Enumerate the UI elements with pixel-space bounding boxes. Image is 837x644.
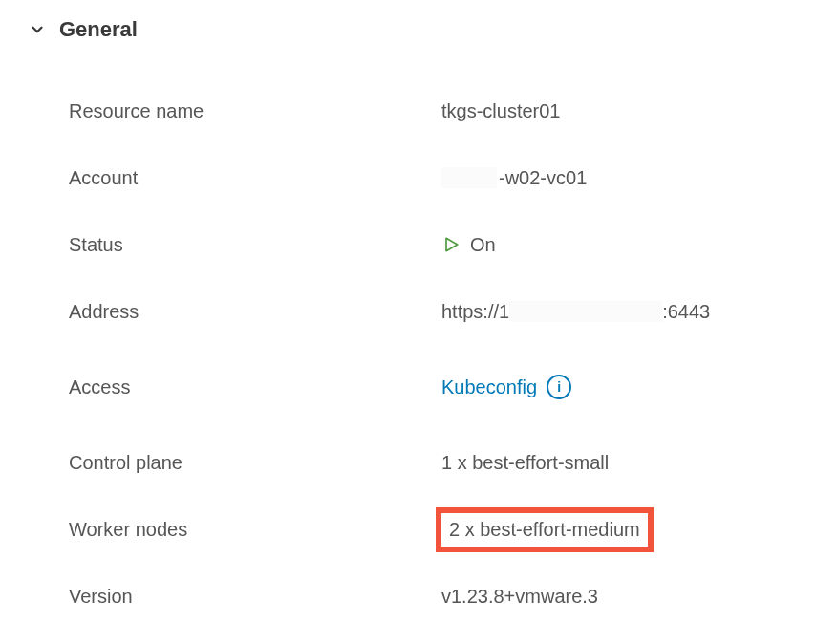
- kubeconfig-link[interactable]: Kubeconfig: [441, 376, 537, 398]
- row-worker-nodes: Worker nodes 2 x best-effort-medium: [69, 503, 837, 556]
- value-version: v1.23.8+vmware.3: [441, 586, 598, 608]
- value-address: https://1 :6443: [441, 301, 710, 323]
- value-worker-nodes: 2 x best-effort-medium: [441, 513, 648, 547]
- value-control-plane: 1 x best-effort-small: [441, 452, 609, 474]
- row-account: Account -w02-vc01: [69, 151, 837, 204]
- label-access: Access: [69, 376, 441, 398]
- general-section: General Resource name tkgs-cluster01 Acc…: [0, 0, 837, 644]
- address-prefix: https://1: [441, 301, 509, 323]
- section-header[interactable]: General: [29, 17, 837, 42]
- svg-marker-0: [446, 238, 458, 250]
- label-address: Address: [69, 301, 441, 323]
- value-access: Kubeconfig: [441, 375, 571, 399]
- label-account: Account: [69, 167, 441, 189]
- row-access: Access Kubeconfig: [69, 352, 837, 422]
- address-suffix: :6443: [662, 301, 710, 323]
- value-status: On: [441, 234, 496, 256]
- row-resource-name: Resource name tkgs-cluster01: [69, 84, 837, 138]
- label-status: Status: [69, 234, 441, 256]
- account-suffix: -w02-vc01: [499, 167, 587, 189]
- row-version: Version v1.23.8+vmware.3: [69, 569, 837, 623]
- redacted-address-middle: [509, 301, 662, 322]
- redacted-account-prefix: [441, 167, 497, 188]
- value-account: -w02-vc01: [441, 167, 587, 189]
- info-icon[interactable]: [547, 375, 571, 399]
- label-version: Version: [69, 586, 441, 608]
- chevron-down-icon: [29, 21, 46, 38]
- section-title: General: [59, 17, 138, 42]
- label-resource-name: Resource name: [69, 100, 441, 122]
- row-address: Address https://1 :6443: [69, 285, 837, 338]
- play-icon: [441, 235, 461, 254]
- worker-nodes-highlight: 2 x best-effort-medium: [441, 513, 648, 547]
- row-control-plane: Control plane 1 x best-effort-small: [69, 436, 837, 489]
- status-text: On: [470, 234, 496, 256]
- value-resource-name: tkgs-cluster01: [441, 100, 561, 122]
- section-body: Resource name tkgs-cluster01 Account -w0…: [29, 84, 837, 623]
- row-status: Status On: [69, 218, 837, 271]
- label-control-plane: Control plane: [69, 452, 441, 474]
- label-worker-nodes: Worker nodes: [69, 519, 441, 541]
